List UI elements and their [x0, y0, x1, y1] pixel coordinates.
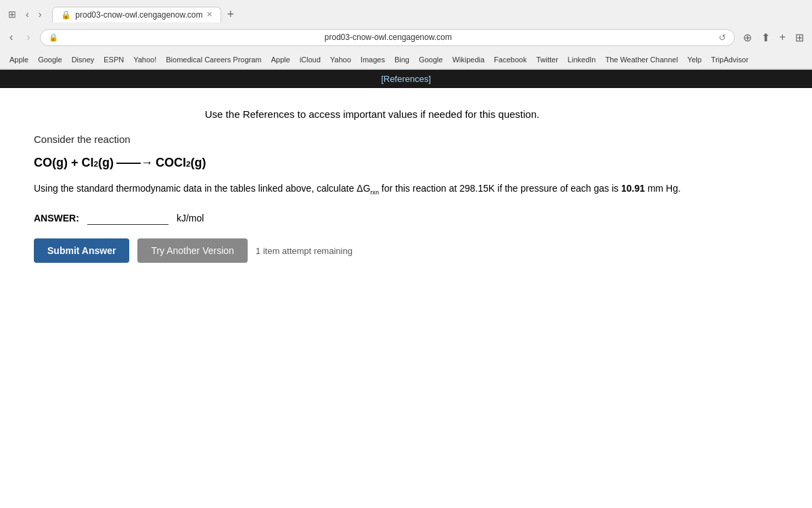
bookmark-google2[interactable]: Google [415, 54, 447, 65]
instructions-text: Use the References to access important v… [34, 108, 710, 120]
forward-btn[interactable]: › [36, 7, 45, 21]
bookmark-biomed-label: Biomedical Careers Program [166, 56, 261, 64]
desc-pre: Using the standard thermodynamic data in… [34, 183, 370, 194]
grid-btn[interactable]: ⊞ [792, 30, 807, 45]
references-link[interactable]: [References] [381, 74, 431, 84]
reaction-co: CO(g) + Cl [34, 156, 94, 170]
reaction-cocl2: COCl [156, 156, 186, 170]
bookmark-linkedin[interactable]: LinkedIn [564, 54, 600, 65]
try-another-version-button[interactable]: Try Another Version [137, 238, 247, 263]
new-tab-btn[interactable]: + [224, 6, 237, 23]
bookmarks-bar: Apple Google Disney ESPN Yahoo! Biomedic… [0, 50, 812, 69]
forward-nav-btn[interactable]: › [22, 30, 34, 45]
bookmark-linkedin-label: LinkedIn [568, 56, 596, 64]
bookmark-icloud[interactable]: iCloud [296, 54, 325, 65]
bookmark-icloud-label: iCloud [300, 56, 321, 64]
reaction-arrow: ——→ [116, 156, 153, 170]
bookmark-twitter[interactable]: Twitter [532, 54, 562, 65]
download-btn[interactable]: ⊕ [740, 30, 754, 45]
bookmark-yelp[interactable]: Yelp [683, 54, 706, 65]
lock-icon: 🔒 [61, 10, 71, 20]
bookmark-yahoo-label: Yahoo! [133, 56, 156, 64]
back-nav-btn[interactable]: ‹ [5, 30, 17, 45]
bookmark-tripadvisor-label: TripAdvisor [711, 56, 748, 64]
answer-label: ANSWER: [34, 213, 79, 224]
bookmark-facebook-label: Facebook [494, 56, 526, 64]
tab-close-icon[interactable]: ✕ [206, 10, 212, 19]
nav-actions: ⊕ ⬆ + ⊞ [740, 30, 807, 45]
bookmark-biomed[interactable]: Biomedical Careers Program [162, 54, 265, 65]
bookmark-facebook[interactable]: Facebook [490, 54, 531, 65]
pressure-value: 10.91 [621, 183, 645, 194]
bookmark-yahoo2-label: Yahoo [330, 56, 351, 64]
bookmark-google-label: Google [38, 56, 62, 64]
desc-post: for this reaction at 298.15K if the pres… [379, 183, 681, 194]
bookmark-images[interactable]: Images [357, 54, 389, 65]
bookmark-google[interactable]: Google [34, 54, 66, 65]
bookmark-bing-label: Bing [394, 56, 409, 64]
bookmark-google2-label: Google [419, 56, 443, 64]
bookmark-yahoo2[interactable]: Yahoo [326, 54, 355, 65]
bookmark-apple-label: Apple [9, 56, 28, 64]
bookmark-weather-label: The Weather Channel [605, 56, 677, 64]
description-text: Using the standard thermodynamic data in… [34, 181, 710, 197]
reaction-cocl2-g: (g) [191, 156, 206, 170]
back-btn[interactable]: ‹ [23, 7, 32, 21]
answer-row: ANSWER: kJ/mol [34, 211, 710, 225]
reaction-display: CO(g) + Cl2(g)——→COCl2(g) [34, 156, 710, 170]
bookmark-apple[interactable]: Apple [5, 54, 32, 65]
tab-controls: ⊞ ‹ › [5, 7, 44, 21]
bookmark-bing[interactable]: Bing [390, 54, 413, 65]
bookmark-espn-label: ESPN [104, 56, 124, 64]
browser-chrome: ⊞ ‹ › 🔒 prod03-cnow-owl.cengagenow.com ✕… [0, 0, 812, 70]
consider-label: Consider the reaction [34, 133, 710, 145]
reload-icon[interactable]: ↺ [719, 33, 726, 43]
active-tab[interactable]: 🔒 prod03-cnow-owl.cengagenow.com ✕ [52, 7, 221, 22]
bookmark-weather[interactable]: The Weather Channel [601, 54, 681, 65]
bookmark-disney-label: Disney [72, 56, 95, 64]
address-text: prod03-cnow-owl.cengagenow.com [62, 33, 715, 42]
bookmark-tripadvisor[interactable]: TripAdvisor [707, 54, 752, 65]
bookmark-apple2[interactable]: Apple [267, 54, 294, 65]
desc-rxn-sub: rxn [370, 189, 379, 196]
bookmark-wikipedia-label: Wikipedia [452, 56, 484, 64]
tab-bar: ⊞ ‹ › 🔒 prod03-cnow-owl.cengagenow.com ✕… [0, 0, 812, 24]
bookmark-wikipedia[interactable]: Wikipedia [448, 54, 489, 65]
bookmark-twitter-label: Twitter [536, 56, 558, 64]
reaction-cl2-g: (g) [98, 156, 114, 170]
new-tab-action-btn[interactable]: + [777, 30, 788, 45]
pressure-unit: mm Hg. [648, 183, 681, 194]
content-area: Use the References to access important v… [0, 88, 744, 276]
answer-input[interactable] [87, 211, 168, 225]
bookmark-disney[interactable]: Disney [68, 54, 99, 65]
bookmark-yahoo[interactable]: Yahoo! [129, 54, 160, 65]
security-lock-icon: 🔒 [49, 33, 58, 42]
share-btn[interactable]: ⬆ [759, 30, 773, 45]
answer-unit: kJ/mol [177, 213, 204, 224]
nav-bar: ‹ › 🔒 prod03-cnow-owl.cengagenow.com ↺ ⊕… [0, 24, 812, 50]
bookmark-espn[interactable]: ESPN [99, 54, 128, 65]
tab-title: prod03-cnow-owl.cengagenow.com [75, 10, 202, 20]
btn-row: Submit Answer Try Another Version 1 item… [34, 238, 710, 263]
submit-answer-button[interactable]: Submit Answer [34, 238, 129, 263]
sidebar-toggle-btn[interactable]: ⊞ [5, 7, 19, 21]
bookmark-apple2-label: Apple [271, 56, 290, 64]
bookmark-yelp-label: Yelp [687, 56, 702, 64]
address-bar[interactable]: 🔒 prod03-cnow-owl.cengagenow.com ↺ [40, 29, 735, 46]
attempts-remaining-text: 1 item attempt remaining [256, 246, 353, 256]
bookmark-images-label: Images [361, 56, 385, 64]
page-header-bar: [References] [0, 70, 812, 88]
